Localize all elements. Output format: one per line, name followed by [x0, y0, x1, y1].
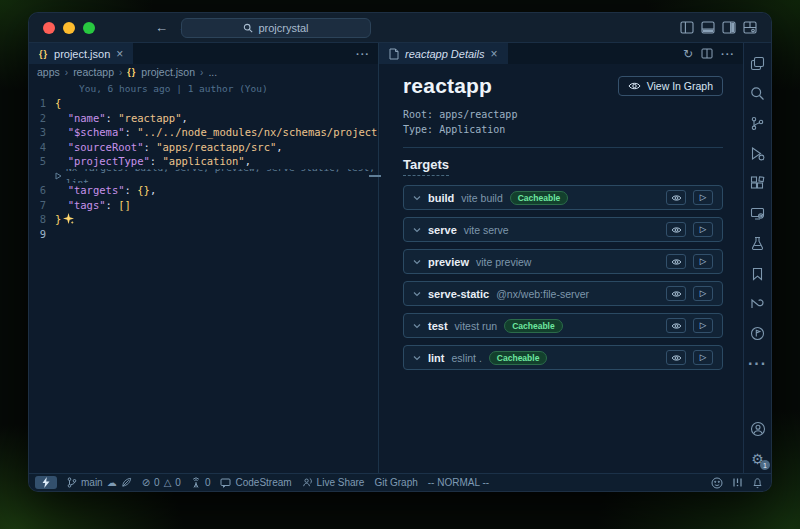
feather-icon[interactable]: [121, 477, 132, 488]
minimize-window-button[interactable]: [63, 22, 75, 34]
chevron-down-icon[interactable]: [413, 227, 421, 233]
close-window-button[interactable]: [43, 22, 55, 34]
customize-layout-icon[interactable]: [743, 21, 757, 34]
toggle-panel-icon[interactable]: [701, 21, 715, 34]
sash-handle[interactable]: [369, 175, 381, 177]
status-bar: main ☁ ⊘ 0 △ 0 0 CodeStream Live Share G…: [29, 473, 771, 491]
code-line[interactable]: 1{: [29, 96, 378, 111]
cacheable-badge: Cacheable: [510, 191, 569, 205]
breadcrumb-item-symbol[interactable]: ...: [208, 66, 217, 78]
chevron-down-icon[interactable]: [413, 355, 421, 361]
bookmarks-icon[interactable]: [749, 265, 766, 282]
titlebar: ← → projcrystal: [29, 13, 771, 43]
code-line[interactable]: 3 "$schema": "../../node_modules/nx/sche…: [29, 125, 378, 140]
target-row[interactable]: lint eslint . Cacheable ▷: [403, 345, 723, 370]
target-name: test: [428, 320, 448, 332]
view-in-graph-button[interactable]: View In Graph: [618, 76, 723, 96]
live-share-status[interactable]: Live Share: [302, 477, 365, 488]
code-line[interactable]: 5 "projectType": "application",: [29, 154, 378, 169]
view-target-button[interactable]: [666, 318, 686, 333]
toggle-sidebar-left-icon[interactable]: [680, 21, 694, 34]
maximize-window-button[interactable]: [83, 22, 95, 34]
git-graph-status[interactable]: Git Graph: [374, 477, 417, 488]
breadcrumb-item-apps[interactable]: apps: [37, 66, 60, 78]
cacheable-badge: Cacheable: [504, 319, 563, 333]
target-row[interactable]: test vitest run Cacheable ▷: [403, 313, 723, 338]
search-icon: [243, 23, 253, 33]
notifications-bell-icon[interactable]: [752, 477, 763, 489]
feedback-smiley-icon[interactable]: [711, 477, 723, 489]
view-target-button[interactable]: [666, 222, 686, 237]
view-target-button[interactable]: [666, 190, 686, 205]
file-icon: [389, 48, 399, 60]
cloud-sync-icon[interactable]: ☁: [107, 478, 117, 488]
settings-gear-icon[interactable]: ⚙ 1: [749, 450, 766, 467]
view-target-button[interactable]: [666, 350, 686, 365]
toggle-sidebar-right-icon[interactable]: [722, 21, 736, 34]
chevron-down-icon[interactable]: [413, 259, 421, 265]
git-branch-status[interactable]: main ☁: [67, 477, 132, 488]
nav-back-icon[interactable]: ←: [155, 20, 168, 35]
run-target-button[interactable]: ▷: [693, 254, 713, 269]
line-number: 9: [29, 227, 55, 242]
testing-beaker-icon[interactable]: [749, 235, 766, 252]
target-row[interactable]: build vite build Cacheable ▷: [403, 185, 723, 210]
extensions-icon[interactable]: [749, 175, 766, 192]
editor-actions-more-icon[interactable]: ···: [721, 48, 735, 60]
code-line[interactable]: 2 "name": "reactapp",: [29, 111, 378, 126]
editor-group-right: reactapp Details × ↻ ··· reactapp View I…: [379, 43, 743, 473]
nx-targets-codelens[interactable]: Nx Targets: build, serve, preview, serve…: [29, 169, 378, 184]
code-line[interactable]: 9: [29, 227, 378, 242]
target-row[interactable]: serve vite serve ▷: [403, 217, 723, 242]
remote-explorer-icon[interactable]: [749, 205, 766, 222]
codestream-status[interactable]: CodeStream: [220, 477, 291, 488]
command-center-search[interactable]: projcrystal: [181, 18, 371, 38]
close-tab-icon[interactable]: ×: [491, 47, 498, 61]
gitlens-icon[interactable]: [749, 325, 766, 342]
chevron-down-icon[interactable]: [413, 323, 421, 329]
chevron-right-icon: ›: [119, 67, 122, 78]
run-target-button[interactable]: ▷: [693, 286, 713, 301]
target-command: vite build: [461, 192, 502, 204]
split-editor-icon[interactable]: [701, 48, 713, 59]
chevron-down-icon[interactable]: [413, 291, 421, 297]
cacheable-badge: Cacheable: [489, 351, 548, 365]
view-target-button[interactable]: [666, 254, 686, 269]
editor-actions-more-icon[interactable]: ···: [356, 48, 370, 60]
view-target-button[interactable]: [666, 286, 686, 301]
main-area: {} project.json × ··· apps › reactapp › …: [29, 43, 771, 473]
run-target-button[interactable]: ▷: [693, 318, 713, 333]
close-tab-icon[interactable]: ×: [116, 47, 123, 61]
vim-mode-indicator[interactable]: -- NORMAL --: [428, 477, 489, 488]
remote-indicator[interactable]: [35, 476, 57, 489]
target-name: build: [428, 192, 454, 204]
run-debug-icon[interactable]: [749, 145, 766, 162]
additional-views-icon[interactable]: ···: [749, 355, 766, 372]
refresh-icon[interactable]: ↻: [683, 47, 693, 61]
code-editor[interactable]: You, 6 hours ago | 1 author (You) 1{2 "n…: [29, 80, 378, 473]
run-target-button[interactable]: ▷: [693, 222, 713, 237]
tab-project-json[interactable]: {} project.json ×: [29, 43, 133, 64]
ports-status[interactable]: 0: [191, 477, 211, 488]
search-icon[interactable]: [749, 85, 766, 102]
code-line[interactable]: 6 "targets": {},: [29, 183, 378, 198]
breadcrumb-item-file[interactable]: project.json: [141, 66, 195, 78]
prettier-icon[interactable]: [732, 477, 743, 488]
breadcrumb-item-reactapp[interactable]: reactapp: [73, 66, 114, 78]
accounts-icon[interactable]: [749, 420, 766, 437]
target-row[interactable]: serve-static @nx/web:file-server ▷: [403, 281, 723, 306]
code-line[interactable]: 7 "tags": []: [29, 198, 378, 213]
nx-console-icon[interactable]: [749, 295, 766, 312]
chevron-down-icon[interactable]: [413, 195, 421, 201]
problems-status[interactable]: ⊘ 0 △ 0: [142, 477, 181, 488]
target-row[interactable]: preview vite preview ▷: [403, 249, 723, 274]
code-line[interactable]: 4 "sourceRoot": "apps/reactapp/src",: [29, 140, 378, 155]
run-target-button[interactable]: ▷: [693, 190, 713, 205]
line-number: 1: [29, 96, 55, 111]
project-type: Type: Application: [403, 122, 723, 137]
tab-reactapp-details[interactable]: reactapp Details ×: [379, 43, 508, 64]
source-control-icon[interactable]: [749, 115, 766, 132]
code-line[interactable]: 8}: [29, 212, 378, 227]
explorer-icon[interactable]: [749, 55, 766, 72]
run-target-button[interactable]: ▷: [693, 350, 713, 365]
